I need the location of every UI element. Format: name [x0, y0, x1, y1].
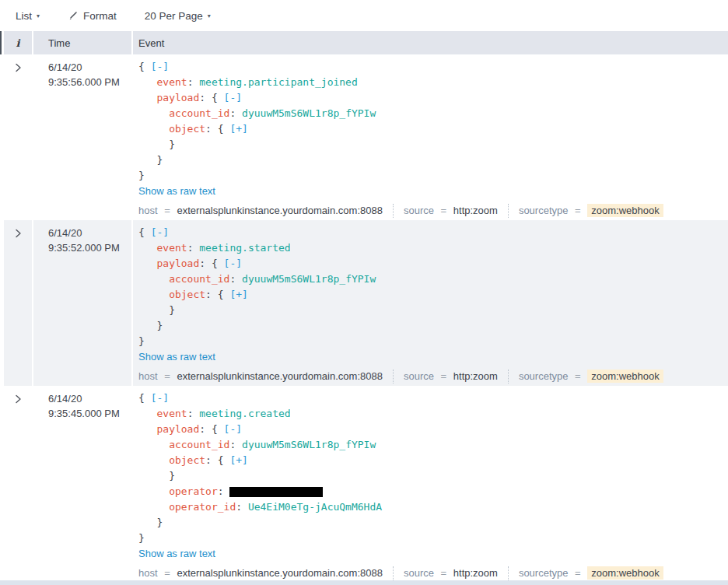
json-punct: : {: [199, 423, 223, 435]
json-punct: :: [229, 439, 242, 450]
event-info-cell: [4, 54, 32, 220]
list-view-dropdown[interactable]: List ▾: [16, 10, 40, 22]
expand-event-button[interactable]: [15, 229, 22, 238]
json-key: operator_id: [169, 501, 236, 513]
sourcetype-field: sourcetype = zoom:webhook: [519, 566, 663, 580]
event-timestamp: 6/14/20 9:35:56.000 PM: [33, 54, 131, 220]
event-rows: 6/14/20 9:35:56.000 PM { [-] event: meet…: [0, 54, 728, 583]
event-json: { [-] event: meeting.created payload: { …: [138, 391, 720, 546]
json-line: payload: { [-]: [138, 90, 720, 106]
column-header-time: Time: [33, 31, 131, 54]
collapse-node-toggle[interactable]: [-]: [151, 392, 169, 404]
json-key: account_id: [169, 439, 229, 450]
json-line: }: [138, 468, 720, 484]
expand-event-button[interactable]: [15, 63, 22, 72]
json-key: object: [169, 289, 205, 300]
json-line: { [-]: [138, 391, 720, 406]
json-punct: [138, 501, 169, 513]
json-punct: [138, 123, 169, 135]
collapse-node-toggle[interactable]: [-]: [224, 423, 242, 435]
meta-divider: [508, 370, 509, 384]
expand-event-button[interactable]: [15, 394, 22, 404]
json-key: account_id: [169, 273, 229, 285]
list-view-label: List: [16, 10, 32, 22]
json-line: payload: { [-]: [138, 256, 720, 271]
per-page-dropdown[interactable]: 20 Per Page ▾: [145, 10, 211, 22]
json-value: meeting.started: [199, 242, 290, 254]
json-line: operator:: [138, 484, 720, 499]
json-punct: [138, 76, 156, 88]
json-punct: }: [138, 517, 163, 528]
event-info-cell: [4, 386, 32, 583]
expand-node-toggle[interactable]: [+]: [229, 123, 247, 135]
json-punct: [138, 289, 169, 300]
host-value[interactable]: externalsplunkinstance.yourdomain.com:80…: [177, 567, 383, 579]
redacted-value: [229, 487, 323, 497]
show-raw-link[interactable]: Show as raw text: [138, 546, 215, 562]
pencil-icon: [68, 10, 79, 21]
meta-divider: [393, 566, 394, 580]
sourcetype-value[interactable]: zoom:webhook: [587, 370, 663, 383]
collapse-node-toggle[interactable]: [-]: [224, 257, 242, 269]
per-page-label: 20 Per Page: [145, 10, 203, 22]
collapse-node-toggle[interactable]: [-]: [151, 61, 169, 72]
event-meta: host = externalsplunkinstance.yourdomain…: [138, 369, 720, 384]
collapse-node-toggle[interactable]: [-]: [151, 226, 169, 238]
sourcetype-label: sourcetype: [519, 567, 569, 579]
show-raw-link[interactable]: Show as raw text: [138, 349, 215, 365]
json-key: account_id: [169, 107, 229, 119]
source-value[interactable]: http:zoom: [453, 567, 498, 579]
json-line: }: [138, 152, 720, 168]
sourcetype-value[interactable]: zoom:webhook: [587, 566, 663, 580]
sourcetype-value[interactable]: zoom:webhook: [587, 204, 663, 217]
json-line: object: { [+]: [138, 453, 720, 468]
json-key: object: [169, 454, 205, 466]
next-row-edge: [0, 580, 728, 585]
json-line: object: { [+]: [138, 287, 720, 303]
expand-node-toggle[interactable]: [+]: [229, 289, 247, 300]
source-value[interactable]: http:zoom: [453, 370, 498, 382]
show-raw-link[interactable]: Show as raw text: [138, 184, 215, 199]
event-cell: { [-] event: meeting.created payload: { …: [133, 386, 728, 583]
json-punct: }: [138, 304, 175, 316]
source-value[interactable]: http:zoom: [453, 205, 498, 216]
json-punct: {: [138, 392, 151, 404]
json-line: }: [138, 515, 720, 531]
json-punct: [138, 485, 169, 497]
format-label: Format: [83, 10, 117, 22]
json-punct: {: [138, 61, 151, 72]
json-line: object: { [+]: [138, 121, 720, 137]
equals-sign: =: [575, 567, 581, 579]
event-json: { [-] event: meeting.participant_joined …: [138, 59, 720, 184]
json-line: event: meeting.created: [138, 406, 720, 422]
chevron-right-icon: [15, 394, 22, 404]
host-label: host: [138, 370, 158, 382]
equals-sign: =: [164, 567, 170, 579]
json-line: operator_id: Ue4EiM0eTg-jAcuQmM6HdA: [138, 499, 720, 515]
column-header-event: Event: [133, 31, 728, 54]
json-line: }: [138, 303, 720, 318]
source-label: source: [404, 370, 434, 382]
json-punct: : {: [199, 92, 223, 103]
json-line: payload: { [-]: [138, 422, 720, 437]
event-timestamp: 6/14/20 9:35:45.000 PM: [33, 386, 131, 583]
json-punct: : {: [205, 123, 229, 135]
host-value[interactable]: externalsplunkinstance.yourdomain.com:80…: [177, 205, 383, 216]
json-line: account_id: dyuuwM5mS6WL1r8p_fYPIw: [138, 106, 720, 121]
json-punct: :: [187, 76, 200, 88]
collapse-node-toggle[interactable]: [-]: [224, 92, 242, 103]
equals-sign: =: [575, 205, 581, 216]
chevron-right-icon: [15, 63, 22, 72]
expand-node-toggle[interactable]: [+]: [229, 454, 247, 466]
json-line: account_id: dyuuwM5mS6WL1r8p_fYPIw: [138, 437, 720, 453]
host-value[interactable]: externalsplunkinstance.yourdomain.com:80…: [177, 370, 383, 382]
source-label: source: [404, 205, 434, 216]
meta-divider: [393, 204, 394, 218]
host-field: host = externalsplunkinstance.yourdomain…: [138, 566, 383, 580]
chevron-right-icon: [15, 229, 22, 238]
json-value: meeting.participant_joined: [199, 76, 358, 88]
json-punct: :: [229, 107, 242, 119]
format-button[interactable]: Format: [68, 10, 117, 22]
json-key: event: [156, 76, 187, 88]
json-punct: }: [138, 532, 145, 544]
